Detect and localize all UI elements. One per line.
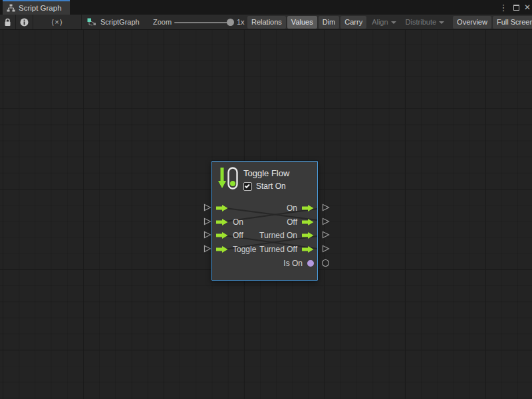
port-row: Off Turned On	[216, 229, 314, 241]
port-row: On	[216, 202, 314, 214]
relations-button[interactable]: Relations	[247, 16, 286, 29]
carry-button[interactable]: Carry	[340, 16, 366, 29]
flow-arrow-icon[interactable]	[216, 205, 228, 211]
breadcrumb-label: ScriptGraph	[100, 18, 140, 26]
boolean-port-icon[interactable]	[307, 260, 314, 267]
output-label: Is On	[283, 259, 303, 268]
align-button[interactable]: Align	[368, 16, 400, 29]
output-port-off[interactable]	[322, 217, 330, 225]
input-label: Toggle	[233, 245, 256, 254]
zoom-value: 1x	[237, 18, 245, 26]
output-label: Off	[287, 217, 297, 227]
flow-arrow-icon[interactable]	[216, 246, 228, 253]
close-icon[interactable]: ✕	[522, 0, 532, 15]
port-row: Is On	[216, 257, 314, 269]
flow-arrow-icon[interactable]	[302, 205, 314, 211]
checkmark-icon	[245, 183, 250, 188]
flow-arrow-icon[interactable]	[216, 232, 228, 239]
flow-arrow-icon[interactable]	[216, 219, 228, 225]
tab-script-graph[interactable]: Script Graph	[3, 0, 70, 15]
input-port-trigger[interactable]	[203, 203, 211, 211]
flow-arrow-icon[interactable]	[302, 246, 314, 253]
output-port-turned-off[interactable]	[322, 245, 330, 253]
node-title: Toggle Flow	[243, 168, 289, 178]
lock-icon[interactable]	[0, 15, 16, 29]
tab-bar: Script Graph ⋮ ✕	[0, 0, 532, 15]
input-port-toggle[interactable]	[203, 245, 211, 253]
flow-arrow-icon[interactable]	[302, 219, 314, 225]
start-on-checkbox[interactable]	[243, 182, 252, 191]
input-port-off[interactable]	[203, 231, 211, 239]
chevron-down-icon	[391, 21, 396, 24]
output-label: On	[287, 203, 297, 213]
port-row: Toggle Turned Off	[216, 243, 314, 255]
graph-canvas[interactable]: Toggle Flow Start On On	[0, 30, 532, 399]
start-on-row: Start On	[243, 182, 289, 191]
toggle-flow-icon	[217, 166, 238, 192]
tab-label: Script Graph	[19, 4, 62, 12]
output-port-turned-on[interactable]	[322, 231, 330, 239]
dim-button[interactable]: Dim	[319, 16, 340, 29]
graph-toolbar: ⟨×⟩ ScriptGraph Zoom 1x Relations Values…	[0, 15, 532, 30]
code-toggle-icon[interactable]: ⟨×⟩	[33, 15, 82, 29]
full-screen-button[interactable]: Full Screen	[493, 16, 532, 29]
script-graph-window: Script Graph ⋮ ✕ ⟨×⟩	[0, 0, 532, 399]
node-header: Toggle Flow Start On	[217, 166, 289, 192]
start-on-label: Start On	[256, 182, 286, 191]
zoom-slider-handle[interactable]	[227, 19, 234, 26]
output-label: Turned Off	[259, 245, 297, 254]
align-label: Align	[372, 16, 388, 29]
script-graph-asset-icon	[87, 18, 96, 27]
input-port-on[interactable]	[203, 217, 211, 225]
values-button[interactable]: Values	[287, 16, 317, 29]
overview-button[interactable]: Overview	[453, 16, 491, 29]
toolbar-buttons: Relations Values Dim Carry Align Distrib…	[247, 15, 532, 29]
zoom-slider-track[interactable]	[174, 22, 231, 23]
chevron-down-icon	[439, 21, 444, 24]
window-menu-icon[interactable]: ⋮	[498, 0, 509, 15]
breadcrumb[interactable]: ScriptGraph	[87, 15, 140, 29]
flow-arrow-icon[interactable]	[302, 232, 314, 239]
output-label: Turned On	[259, 231, 297, 240]
port-row: On Off	[216, 216, 314, 228]
input-label: On	[233, 217, 243, 227]
graph-hierarchy-icon	[7, 4, 15, 12]
zoom-label: Zoom	[153, 18, 172, 26]
output-port-is-on[interactable]	[321, 259, 330, 267]
output-port-on[interactable]	[322, 203, 330, 211]
toggle-flow-node[interactable]: Toggle Flow Start On On	[211, 161, 318, 281]
distribute-button[interactable]: Distribute	[402, 16, 448, 29]
distribute-label: Distribute	[406, 16, 436, 29]
maximize-icon[interactable]	[511, 0, 521, 15]
input-label: Off	[233, 231, 243, 240]
info-icon[interactable]	[16, 15, 33, 29]
